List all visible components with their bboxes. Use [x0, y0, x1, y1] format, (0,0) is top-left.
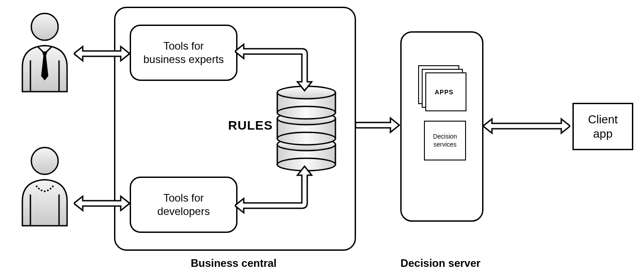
svg-point-0 — [31, 13, 58, 40]
decision-services-box: Decision services — [424, 121, 466, 160]
arrow-bc-to-ds — [356, 116, 400, 134]
svg-point-3 — [31, 148, 58, 174]
svg-point-10 — [47, 190, 49, 191]
svg-point-9 — [44, 190, 46, 192]
client-app-box: Client app — [572, 103, 633, 150]
svg-point-20 — [277, 106, 335, 119]
svg-point-6 — [36, 185, 38, 187]
rules-label: RULES — [228, 118, 273, 133]
arrow-person1-to-tools-experts — [74, 45, 130, 63]
svg-point-7 — [38, 188, 40, 190]
svg-point-11 — [50, 188, 51, 190]
tools-developers-box: Tools for developers — [130, 177, 237, 233]
arrow-ds-to-client — [483, 117, 570, 135]
svg-point-17 — [277, 132, 335, 145]
svg-point-12 — [52, 185, 54, 187]
arrow-tools-experts-to-db — [235, 42, 324, 96]
decision-server-title: Decision server — [400, 257, 481, 270]
person-business-expert-icon — [13, 9, 76, 94]
apps-label: APPS — [435, 89, 453, 96]
database-icon — [273, 83, 340, 172]
apps-stack-icon — [415, 62, 469, 114]
tools-business-experts-box: Tools for business experts — [130, 25, 237, 81]
svg-point-8 — [41, 190, 42, 191]
arrow-person2-to-tools-devs — [74, 194, 130, 212]
arrow-tools-devs-to-db — [235, 161, 324, 215]
person-developer-icon — [13, 143, 76, 228]
business-central-title: Business central — [114, 257, 353, 270]
decision-services-label: Decision services — [433, 133, 457, 148]
